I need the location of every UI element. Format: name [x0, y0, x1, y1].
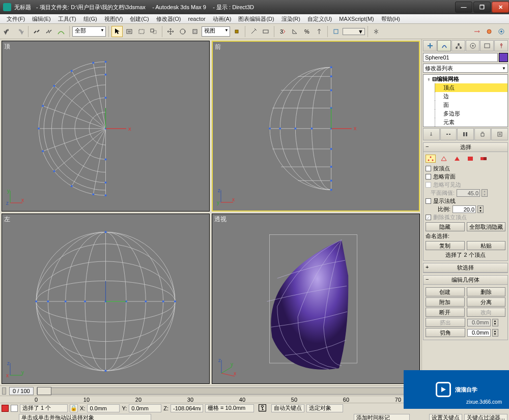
select-button[interactable]	[111, 26, 123, 37]
show-normals-checkbox[interactable]	[426, 198, 431, 204]
viewport-perspective[interactable]: 透视	[212, 214, 420, 384]
axis-constr-button[interactable]	[471, 26, 483, 37]
chamfer-button[interactable]: 切角	[426, 328, 465, 337]
ignore-backface-checkbox[interactable]	[426, 174, 431, 179]
link-button[interactable]	[31, 26, 42, 37]
named-selset-dropdown[interactable]: ▼	[343, 28, 365, 35]
minimize-button[interactable]: —	[455, 2, 472, 13]
menu-create[interactable]: 创建(C)	[126, 14, 152, 24]
stack-edge[interactable]: 边	[435, 92, 507, 101]
autokey-button[interactable]: 自动关键点	[271, 404, 304, 412]
menu-maxscript[interactable]: MAXScript(M)	[335, 15, 377, 23]
y-coord-input[interactable]	[129, 404, 161, 412]
rotate-button[interactable]	[177, 26, 188, 37]
unhide-all-button[interactable]: 全部取消隐藏	[467, 222, 506, 231]
subobj-element-icon[interactable]	[478, 155, 489, 163]
modifier-stack[interactable]: ♀⊟ 编辑网格 顶点 边 面 多边形 元素 Sphere	[423, 74, 508, 127]
pivot-center-button[interactable]	[231, 26, 242, 37]
pin-stack-button[interactable]	[423, 128, 440, 140]
stack-face[interactable]: 面	[435, 101, 507, 109]
tab-motion[interactable]	[466, 40, 479, 51]
tab-create[interactable]	[423, 40, 437, 51]
tab-hierarchy[interactable]	[451, 40, 465, 51]
viewport-top[interactable]: 顶	[2, 41, 210, 212]
remove-mod-button[interactable]	[474, 128, 491, 140]
viewport-front[interactable]: 前	[212, 41, 420, 212]
hide-button[interactable]: 隐藏	[426, 222, 465, 231]
create-geom-button[interactable]: 创建	[426, 287, 465, 296]
break-button[interactable]: 断开	[426, 308, 465, 317]
stack-vertex[interactable]: 顶点	[435, 83, 507, 92]
keyboard-shortcut-button[interactable]	[260, 26, 271, 37]
keyfilter-button[interactable]: 关键点过滤器...	[464, 414, 507, 421]
snap-toggle-button[interactable]: 3	[277, 26, 288, 37]
scale-button[interactable]	[189, 26, 201, 37]
stack-poly[interactable]: 多边形	[435, 109, 507, 118]
configure-sets-button[interactable]	[491, 128, 508, 140]
subobj-poly-icon[interactable]	[465, 155, 475, 163]
stack-base[interactable]: Sphere	[423, 127, 507, 127]
lock-selection-button[interactable]: 🔒	[70, 404, 78, 412]
close-button[interactable]: ✕	[492, 2, 509, 13]
script-editor-button[interactable]	[11, 405, 18, 412]
menu-group[interactable]: 组(G)	[80, 14, 101, 24]
keymode-dropdown[interactable]: 选定对象	[306, 404, 343, 412]
menu-view[interactable]: 视图(V)	[101, 14, 127, 24]
menu-custom[interactable]: 自定义(U)	[304, 14, 335, 24]
time-tag-button[interactable]: 添加时间标记	[354, 414, 410, 421]
object-name-input[interactable]	[423, 53, 498, 62]
normal-scale-input[interactable]	[453, 205, 476, 213]
x-coord-input[interactable]	[87, 404, 120, 412]
object-color-swatch[interactable]	[499, 53, 508, 62]
time-scroll-left[interactable]	[2, 387, 6, 395]
percent-snap-button[interactable]: %	[301, 26, 313, 37]
by-vertex-checkbox[interactable]	[426, 166, 431, 171]
tab-display[interactable]	[480, 40, 494, 51]
attach-button[interactable]: 附加	[426, 297, 465, 307]
copy-sel-button[interactable]: 复制	[426, 241, 465, 250]
menu-reactor[interactable]: reactor	[185, 15, 209, 23]
select-manipulate-button[interactable]	[248, 26, 259, 37]
menu-edit[interactable]: 编辑(E)	[29, 14, 54, 24]
named-selset-button[interactable]	[330, 26, 342, 37]
menu-modifiers[interactable]: 修改器(O)	[153, 14, 185, 24]
selection-filter-dropdown[interactable]: 全部	[72, 26, 106, 37]
script-listener-button[interactable]	[2, 405, 9, 412]
detach-button[interactable]: 分离	[467, 297, 506, 307]
spinner-snap-button[interactable]	[314, 26, 325, 37]
modifier-list-dropdown[interactable]: 修改器列表	[423, 64, 508, 73]
menu-anim[interactable]: 动画(A)	[209, 14, 235, 24]
menu-file[interactable]: 文件(F)	[3, 14, 29, 24]
delete-geom-button[interactable]: 删除	[467, 287, 506, 296]
refcoord-dropdown[interactable]: 视图	[202, 26, 230, 37]
show-end-result-button[interactable]	[440, 128, 457, 140]
paste-sel-button[interactable]: 粘贴	[467, 241, 506, 250]
make-unique-button[interactable]	[457, 128, 474, 140]
tab-modify[interactable]	[437, 40, 451, 51]
redo-button[interactable]	[14, 26, 25, 37]
render-scene-button[interactable]	[484, 26, 495, 37]
chamfer-value-input[interactable]	[467, 329, 491, 337]
angle-snap-button[interactable]	[289, 26, 300, 37]
maximize-button[interactable]: ❐	[473, 2, 491, 13]
select-region-rect-button[interactable]	[136, 26, 147, 37]
setkey-button[interactable]: 设置关键点	[429, 414, 462, 421]
key-icon[interactable]: ⚿	[256, 403, 269, 413]
undo-button[interactable]	[2, 26, 13, 37]
viewport-left[interactable]: 左	[2, 214, 210, 384]
z-coord-input[interactable]	[171, 404, 203, 412]
subobj-face-icon[interactable]	[452, 155, 462, 163]
mirror-button[interactable]	[371, 26, 382, 37]
quick-render-button[interactable]	[496, 26, 507, 37]
menu-tools[interactable]: 工具(T)	[54, 14, 80, 24]
subobj-edge-icon[interactable]	[439, 155, 449, 163]
move-button[interactable]	[165, 26, 176, 37]
menu-graph[interactable]: 图表编辑器(D)	[235, 14, 277, 24]
window-crossing-button[interactable]	[148, 26, 159, 37]
menu-help[interactable]: 帮助(H)	[378, 14, 404, 24]
select-byname-button[interactable]	[124, 26, 135, 37]
tab-utilities[interactable]	[494, 40, 508, 51]
subobj-vertex-icon[interactable]	[426, 155, 436, 163]
unlink-button[interactable]	[43, 26, 54, 37]
menu-render[interactable]: 渲染(R)	[278, 14, 304, 24]
